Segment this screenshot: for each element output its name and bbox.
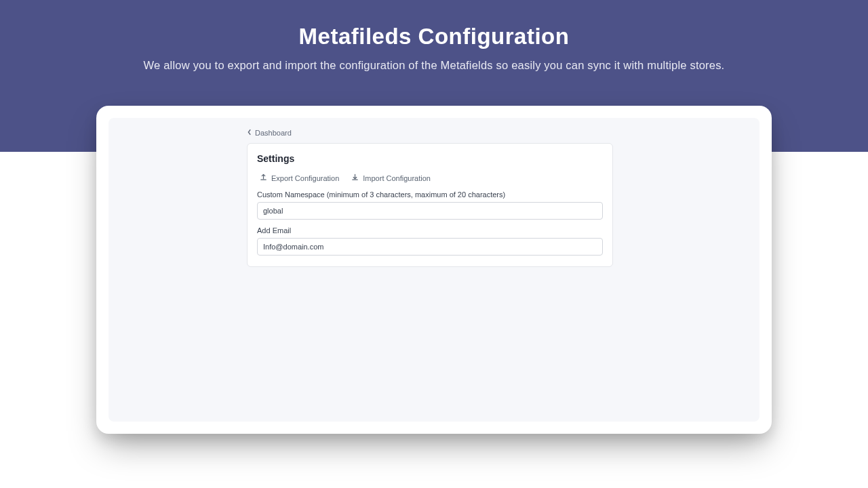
page-title: Metafileds Configuration	[0, 24, 868, 49]
export-configuration-button[interactable]: Export Configuration	[260, 174, 339, 182]
action-row: Export Configuration Import Configuratio…	[257, 174, 603, 182]
namespace-label: Custom Namespace (minimum of 3 character…	[257, 190, 603, 199]
screenshot-card: Dashboard Settings Export Configuration	[96, 106, 772, 434]
email-input[interactable]	[257, 238, 603, 256]
import-configuration-button[interactable]: Import Configuration	[351, 174, 431, 182]
settings-panel: Settings Export Configuration	[247, 143, 613, 267]
breadcrumb-label: Dashboard	[255, 129, 292, 137]
chevron-left-icon	[247, 129, 252, 137]
namespace-input[interactable]	[257, 202, 603, 220]
download-icon	[351, 174, 359, 182]
breadcrumb[interactable]: Dashboard	[247, 129, 292, 137]
import-label: Import Configuration	[363, 174, 431, 182]
settings-heading: Settings	[257, 153, 603, 164]
app-surface: Dashboard Settings Export Configuration	[108, 118, 760, 422]
page-subtitle: We allow you to export and import the co…	[0, 59, 868, 72]
export-label: Export Configuration	[271, 174, 339, 182]
email-label: Add Email	[257, 226, 603, 235]
upload-icon	[260, 174, 267, 182]
